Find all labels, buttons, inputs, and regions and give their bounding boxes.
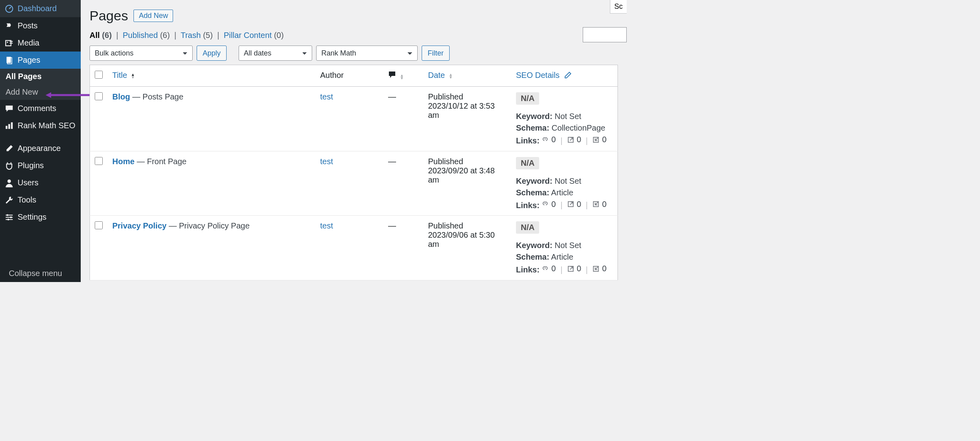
menu-tools[interactable]: Tools	[0, 191, 81, 209]
page-header: Pages Add New	[90, 8, 618, 24]
admin-sidebar: Dashboard Posts Media Pages All Pages Ad…	[0, 0, 81, 282]
author-link[interactable]: test	[320, 157, 333, 166]
chart-icon	[5, 121, 14, 130]
page-subtitle: — Posts Page	[130, 92, 183, 101]
pencil-icon	[564, 72, 572, 79]
link-external-icon	[567, 265, 574, 272]
menu-label: Plugins	[18, 161, 44, 170]
menu-dashboard[interactable]: Dashboard	[0, 0, 81, 17]
sort-icon: ▲▼	[131, 73, 135, 79]
table-row: Privacy Policy — Privacy Policy Page tes…	[90, 216, 618, 280]
menu-label: Posts	[18, 21, 38, 30]
menu-pages[interactable]: Pages	[0, 52, 81, 69]
comments-count: —	[383, 87, 423, 151]
date-status: Published	[428, 221, 506, 230]
link-internal-icon	[542, 265, 549, 272]
date-filter-select[interactable]: All dates	[239, 46, 312, 61]
seo-keyword: Keyword: Not Set	[516, 241, 613, 250]
seo-schema: Schema: CollectionPage	[516, 123, 613, 133]
menu-media[interactable]: Media	[0, 34, 81, 52]
link-incoming-icon	[592, 201, 600, 208]
svg-point-11	[8, 219, 9, 220]
svg-point-2	[7, 42, 8, 43]
menu-rankmath[interactable]: Rank Math SEO	[0, 117, 81, 134]
filter-button[interactable]: Filter	[422, 46, 450, 61]
screen-options-button[interactable]: Sc	[610, 0, 627, 14]
rankmath-filter-select[interactable]: Rank Math	[316, 46, 418, 61]
col-comments[interactable]: ▲▼	[383, 65, 423, 87]
filter-trash[interactable]: Trash (5)	[181, 31, 213, 40]
row-checkbox[interactable]	[95, 92, 103, 100]
page-title-link[interactable]: Blog	[112, 92, 130, 101]
filter-pillar[interactable]: Pillar Content (0)	[224, 31, 284, 40]
menu-label: Media	[18, 38, 39, 48]
date-status: Published	[428, 157, 506, 166]
sliders-icon	[5, 213, 14, 222]
tablenav-top: Bulk actions Apply All dates Rank Math F…	[90, 46, 618, 61]
menu-label: Settings	[18, 213, 46, 222]
filter-all[interactable]: All (6)	[90, 31, 112, 40]
plug-icon	[5, 161, 14, 170]
svg-rect-5	[6, 126, 7, 129]
menu-settings[interactable]: Settings	[0, 209, 81, 226]
seo-keyword: Keyword: Not Set	[516, 112, 613, 121]
collapse-menu[interactable]: Collapse menu	[0, 265, 81, 282]
collapse-label: Collapse menu	[9, 269, 62, 278]
page-title: Pages	[90, 8, 128, 24]
menu-label: Pages	[18, 56, 40, 65]
col-seo[interactable]: SEO Details	[511, 65, 618, 87]
comments-count: —	[383, 216, 423, 280]
link-external-icon	[567, 201, 574, 208]
seo-schema: Schema: Article	[516, 188, 613, 197]
table-row: Home — Front Page test — Published 2023/…	[90, 151, 618, 216]
menu-comments[interactable]: Comments	[0, 100, 81, 117]
page-title-link[interactable]: Privacy Policy	[112, 221, 167, 230]
submenu-all-pages[interactable]: All Pages	[0, 69, 81, 84]
apply-button[interactable]: Apply	[197, 46, 227, 61]
main-content: Sc Pages Add New All (6) | Published (6)…	[81, 0, 627, 282]
page-subtitle: — Privacy Policy Page	[167, 221, 250, 230]
date-value: 2023/09/20 at 3:48 am	[428, 166, 506, 185]
menu-label: Tools	[18, 195, 36, 205]
page-title-link[interactable]: Home	[112, 157, 135, 166]
col-title[interactable]: Title ▲▼	[108, 65, 315, 87]
col-author: Author	[315, 65, 383, 87]
menu-plugins[interactable]: Plugins	[0, 157, 81, 174]
dashboard-icon	[5, 4, 14, 13]
author-link[interactable]: test	[320, 221, 333, 230]
menu-label: Rank Math SEO	[18, 121, 76, 130]
date-status: Published	[428, 92, 506, 101]
search-input[interactable]	[583, 27, 627, 42]
brush-icon	[5, 144, 14, 153]
seo-schema: Schema: Article	[516, 252, 613, 262]
row-checkbox[interactable]	[95, 221, 103, 229]
menu-appearance[interactable]: Appearance	[0, 140, 81, 157]
menu-posts[interactable]: Posts	[0, 17, 81, 34]
wrench-icon	[5, 196, 14, 205]
comment-icon	[5, 104, 14, 113]
date-value: 2023/09/06 at 5:30 am	[428, 230, 506, 249]
search-box	[583, 27, 627, 42]
svg-point-10	[10, 216, 12, 218]
menu-users[interactable]: Users	[0, 174, 81, 191]
menu-label: Comments	[18, 104, 56, 113]
link-internal-icon	[542, 201, 549, 208]
table-row: Blog — Posts Page test — Published 2023/…	[90, 87, 618, 151]
add-new-button[interactable]: Add New	[133, 10, 173, 22]
link-incoming-icon	[592, 136, 600, 143]
filter-published[interactable]: Published (6)	[123, 31, 170, 40]
page-subtitle: — Front Page	[135, 157, 187, 166]
row-checkbox[interactable]	[95, 157, 103, 165]
select-all-checkbox[interactable]	[95, 71, 103, 79]
menu-label: Dashboard	[18, 4, 57, 13]
comments-count: —	[383, 151, 423, 216]
sort-icon: ▲▼	[449, 73, 453, 79]
submenu-add-new[interactable]: Add New	[0, 84, 81, 100]
seo-links: Links: 0 | 0 | 0	[516, 135, 613, 145]
col-date[interactable]: Date ▲▼	[423, 65, 511, 87]
bulk-actions-select[interactable]: Bulk actions	[90, 46, 193, 61]
comments-icon	[388, 71, 396, 79]
svg-point-9	[6, 214, 8, 216]
author-link[interactable]: test	[320, 92, 333, 101]
pages-icon	[5, 56, 14, 65]
